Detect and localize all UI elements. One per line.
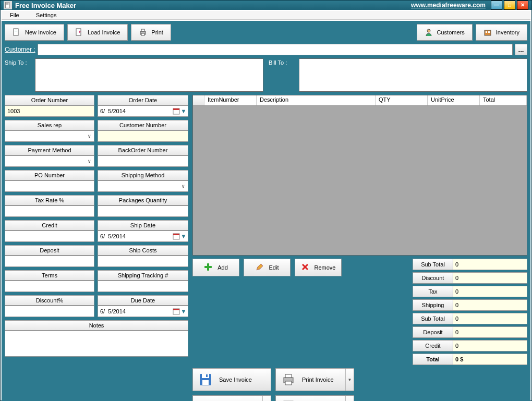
ship-date-input[interactable]	[100, 233, 172, 239]
chevron-down-icon[interactable]: ▼	[180, 108, 187, 114]
totals-panel: Sub Total 0 Discount 0 Tax 0 Shipping	[413, 259, 527, 365]
ship-date-picker[interactable]: ▼	[98, 230, 188, 242]
new-invoice-label: New Invoice	[25, 29, 56, 35]
shipto-textarea[interactable]	[35, 58, 263, 92]
chevron-down-icon[interactable]: ∨	[86, 133, 93, 139]
col-unit-price[interactable]: UnitPrice	[428, 95, 480, 105]
website-link[interactable]: www.mediafreeware.com	[411, 2, 486, 9]
menu-file[interactable]: File	[7, 11, 22, 19]
chevron-down-icon[interactable]: ▼	[180, 308, 187, 314]
load-invoice-label: Load Invoice	[88, 29, 120, 35]
total-row-discount: Discount 0	[413, 272, 527, 284]
print-button[interactable]: Print	[131, 24, 171, 41]
load-invoice-icon	[75, 28, 83, 37]
billto-textarea[interactable]	[299, 58, 527, 92]
customer-row: Customer : ...	[5, 44, 527, 55]
grid-body[interactable]	[193, 106, 527, 255]
inventory-button[interactable]: Inventory	[476, 24, 527, 41]
chevron-down-icon[interactable]: ▼	[345, 369, 354, 391]
notes-group: Notes	[5, 320, 188, 357]
pencil-icon	[256, 263, 264, 272]
customer-input[interactable]	[38, 44, 513, 55]
payment-method-input[interactable]	[7, 158, 86, 164]
print-invoice-button[interactable]: Print Invoice ▼	[275, 368, 354, 391]
col-description[interactable]: Description	[257, 95, 376, 105]
subtotal2-value: 0	[453, 313, 527, 324]
toolbar: New Invoice Load Invoice Print Customers…	[5, 24, 527, 41]
backorder-number-input[interactable]	[98, 155, 188, 167]
chevron-down-icon[interactable]: ∨	[179, 184, 187, 189]
terms-input[interactable]	[5, 281, 94, 292]
deposit-total-label: Deposit	[413, 326, 453, 338]
remove-item-button[interactable]: Remove	[295, 259, 342, 276]
col-item-number[interactable]: ItemNumber	[204, 95, 257, 105]
order-date-picker[interactable]: ▼	[98, 105, 188, 117]
calendar-icon[interactable]	[172, 107, 180, 115]
discount-pct-input[interactable]	[5, 306, 94, 317]
svg-rect-27	[202, 380, 209, 385]
customer-number-input[interactable]	[98, 130, 188, 142]
credit-total-label: Credit	[413, 340, 453, 351]
payment-method-select[interactable]: ∨	[5, 155, 94, 167]
terms-group: Terms	[5, 270, 94, 292]
chevron-down-icon[interactable]: ▼	[180, 233, 187, 239]
items-grid[interactable]: ItemNumber Description QTY UnitPrice Tot…	[192, 95, 527, 256]
chevron-down-icon[interactable]: ∨	[86, 159, 93, 164]
chevron-down-icon[interactable]: ▼	[345, 396, 354, 401]
deposit-group: Deposit	[5, 245, 94, 267]
plus-icon	[204, 263, 212, 272]
save-pdf-button[interactable]: Save To PDF ▼	[275, 395, 354, 401]
load-invoice-button[interactable]: Load Invoice	[67, 24, 128, 41]
notes-textarea[interactable]	[5, 331, 188, 357]
order-date-input[interactable]	[100, 108, 172, 114]
minimize-button[interactable]: —	[491, 1, 502, 10]
shipping-method-group: Shipping Method ∨	[98, 170, 188, 192]
subtotal-label: Sub Total	[413, 259, 453, 270]
svg-rect-2	[6, 4, 9, 5]
new-invoice-button[interactable]: New Invoice	[5, 24, 64, 41]
tax-rate-input[interactable]	[5, 205, 94, 217]
menu-settings[interactable]: Settings	[33, 11, 60, 19]
maximize-button[interactable]: □	[504, 1, 515, 10]
shipping-method-select[interactable]: ∨	[98, 180, 188, 192]
ship-costs-label: Ship Costs	[98, 245, 188, 256]
total-row-shipping: Shipping 0	[413, 299, 527, 311]
add-item-button[interactable]: Add	[192, 259, 239, 276]
total-row-subtotal2: Sub Total 0	[413, 313, 527, 324]
shipping-method-input[interactable]	[100, 183, 179, 189]
packages-qty-input[interactable]	[98, 205, 188, 217]
app-title: Free Invoice Maker	[15, 2, 76, 9]
col-qty[interactable]: QTY	[376, 95, 428, 105]
save-buttons-row: Save Invoice Print Invoice ▼ W Save To W…	[192, 368, 527, 401]
po-number-group: PO Number	[5, 170, 94, 192]
edit-item-button[interactable]: Edit	[244, 259, 291, 276]
col-total[interactable]: Total	[480, 95, 527, 105]
customers-button[interactable]: Customers	[417, 24, 473, 41]
due-date-input[interactable]	[100, 308, 172, 314]
chevron-down-icon[interactable]: ▼	[262, 396, 271, 401]
calendar-icon[interactable]	[172, 232, 180, 240]
po-number-input[interactable]	[5, 180, 94, 192]
order-number-input[interactable]	[5, 105, 94, 117]
ship-costs-input[interactable]	[98, 256, 188, 267]
deposit-input[interactable]	[5, 256, 94, 267]
close-button[interactable]: ✕	[517, 1, 528, 10]
svg-rect-6	[15, 31, 17, 31]
sales-rep-input[interactable]	[7, 133, 86, 139]
save-word-button[interactable]: W Save To Word ▼	[192, 395, 271, 401]
menubar: File Settings	[2, 11, 530, 20]
shipping-tracking-input[interactable]	[98, 281, 188, 292]
total-row-total: Total 0 $	[413, 354, 527, 365]
customer-label: Customer :	[5, 46, 35, 53]
calendar-icon[interactable]	[172, 307, 180, 315]
save-invoice-button[interactable]: Save Invoice	[192, 368, 271, 391]
save-buttons: Save Invoice Print Invoice ▼ W Save To W…	[192, 368, 354, 401]
backorder-number-label: BackOrder Number	[98, 145, 188, 155]
content-area: New Invoice Load Invoice Print Customers…	[2, 21, 530, 401]
due-date-picker[interactable]: ▼	[98, 306, 188, 317]
below-grid-row: Add Edit Remove Sub Total	[192, 259, 527, 365]
credit-input[interactable]	[5, 230, 94, 242]
customer-browse-button[interactable]: ...	[515, 44, 527, 55]
sales-rep-select[interactable]: ∨	[5, 130, 94, 142]
ship-date-label: Ship Date	[98, 220, 188, 230]
